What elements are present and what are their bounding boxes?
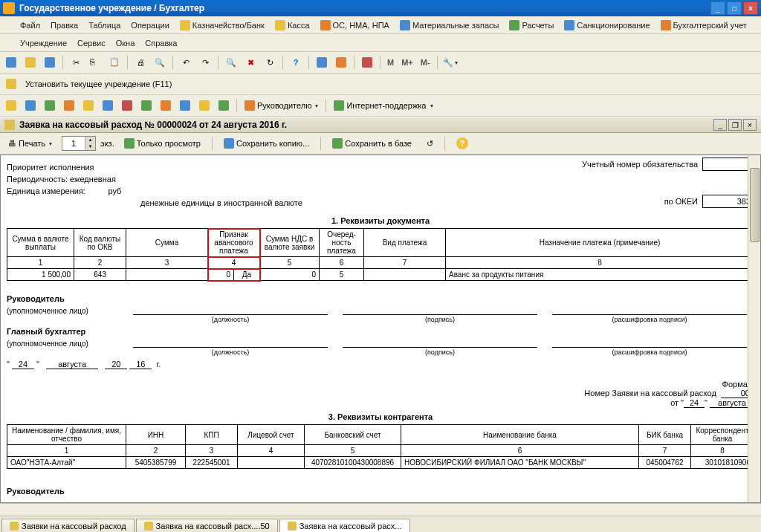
readonly-button[interactable]: Только просмотр	[119, 136, 206, 151]
scrollbar-vertical[interactable]	[748, 155, 760, 502]
memory-mminus[interactable]: M-	[418, 58, 433, 67]
clear-button[interactable]: ✖	[242, 54, 259, 71]
v1[interactable]: 1 500,00	[7, 269, 74, 281]
menu-help[interactable]: Справка	[140, 37, 181, 49]
section-3-table: Наименование / фамилия, имя, отчество ИН…	[7, 424, 754, 469]
preview-button[interactable]: 🔍	[152, 54, 168, 71]
menu-materials[interactable]: Материальные запасы	[395, 19, 504, 32]
s3v4[interactable]	[238, 457, 305, 469]
close-button[interactable]: ×	[743, 1, 758, 15]
qb-9[interactable]	[158, 97, 174, 114]
menu-sanction[interactable]: Санкционирование	[560, 19, 654, 32]
window-title: Государственное учреждение / Бухгалтер	[19, 3, 204, 13]
n8: 8	[446, 257, 754, 269]
menu-service[interactable]: Сервис	[73, 37, 110, 49]
qb-5[interactable]	[80, 97, 97, 114]
doc-close[interactable]: ×	[743, 119, 757, 131]
paste-button[interactable]: 📋	[106, 54, 123, 71]
menu-treasury[interactable]: Казначейство/Банк	[175, 19, 269, 32]
title-bar: Государственное учреждение / Бухгалтер _…	[0, 0, 761, 16]
refresh-button[interactable]: ↻	[262, 54, 278, 71]
print-button[interactable]: 🖨	[132, 54, 149, 71]
v3[interactable]	[126, 269, 208, 281]
help-button[interactable]: ?	[288, 54, 304, 71]
qb-11[interactable]	[196, 97, 213, 114]
v4-cell[interactable]: 0 Да	[208, 269, 260, 281]
maximize-button[interactable]: □	[727, 1, 742, 15]
doc-maximize[interactable]: ❐	[728, 119, 742, 131]
qb-3[interactable]	[42, 97, 58, 114]
qb-8[interactable]	[138, 97, 155, 114]
memory-mplus[interactable]: M+	[399, 58, 415, 67]
memory-m[interactable]: M	[385, 58, 396, 67]
new-button[interactable]	[3, 54, 19, 71]
v5[interactable]: 0	[260, 269, 320, 281]
qb-7[interactable]	[119, 97, 135, 114]
menu-calc[interactable]: Расчеты	[505, 19, 558, 32]
save-copy-button[interactable]: Сохранить копию...	[218, 136, 314, 151]
qb-12[interactable]	[216, 97, 232, 114]
v7[interactable]	[364, 269, 446, 281]
calc-button[interactable]	[314, 54, 330, 71]
cut-button[interactable]: ✂	[68, 54, 84, 71]
main-menu: Файл Правка Таблица Операции Казначейств…	[0, 16, 761, 34]
save-db-button[interactable]: Сохранить в базе	[327, 136, 417, 151]
revert-button[interactable]: ↺	[421, 137, 438, 151]
minimize-button[interactable]: _	[710, 1, 725, 15]
v6[interactable]: 5	[320, 269, 364, 281]
qi-10	[180, 100, 190, 111]
copies-up[interactable]: ▲	[85, 137, 95, 143]
copies-input[interactable]	[62, 137, 85, 149]
s3v7[interactable]: 045004762	[639, 457, 691, 469]
scrollbar-horizontal[interactable]	[0, 503, 761, 516]
calendar-button[interactable]	[333, 54, 349, 71]
doc-minimize[interactable]: _	[713, 119, 727, 131]
menu-windows[interactable]: Окна	[111, 37, 140, 49]
s3h7: БИК банка	[639, 425, 691, 445]
menu-edit[interactable]: Правка	[46, 19, 82, 31]
inst-icon-button[interactable]	[3, 76, 19, 92]
menu-institution[interactable]: Учреждение	[3, 36, 71, 50]
tab-3[interactable]: Заявка на кассовый расх...	[279, 519, 410, 533]
s3v2[interactable]: 5405385799	[126, 457, 186, 469]
s3v1[interactable]: ОАО"НЭТА-Алтай"	[7, 457, 126, 469]
copies-spinner[interactable]: ▲▼	[62, 136, 96, 151]
print-dropdown[interactable]: 🖶Печать▾	[3, 137, 57, 150]
set-institution-button[interactable]: Установить текущее учреждение (F11)	[22, 78, 175, 90]
open-button[interactable]	[22, 54, 39, 71]
s3v5[interactable]: 40702810100430008896	[305, 457, 401, 469]
support-dropdown[interactable]: Интернет-поддержка▾	[331, 99, 435, 112]
qb-2[interactable]	[22, 97, 39, 114]
s3v6[interactable]: НОВОСИБИРСКИЙ ФИЛИАЛ ОАО "БАНК МОСКВЫ"	[401, 457, 639, 469]
qb-6[interactable]	[100, 97, 116, 114]
menu-file[interactable]: Файл	[3, 19, 45, 32]
qb-10[interactable]	[177, 97, 193, 114]
redo-button[interactable]: ↷	[197, 54, 213, 71]
s3v8[interactable]: 30101810900	[691, 457, 754, 469]
find-button[interactable]: 🔍	[223, 54, 239, 71]
tab-1[interactable]: Заявки на кассовый расход	[1, 519, 135, 533]
save-button[interactable]	[42, 54, 58, 71]
v4b: Да	[234, 269, 259, 280]
v8[interactable]: Аванс за продукты питания	[446, 269, 754, 281]
settings-button[interactable]: 🔧▾	[442, 54, 459, 71]
qb-4[interactable]	[61, 97, 77, 114]
menu-cashdesk[interactable]: Касса	[271, 19, 314, 32]
undo-button[interactable]: ↶	[178, 54, 194, 71]
scroll-thumb[interactable]	[750, 168, 760, 242]
qb-1[interactable]	[3, 97, 19, 114]
menu-table[interactable]: Таблица	[84, 19, 125, 31]
copy-button[interactable]: ⎘	[87, 54, 103, 71]
copies-down[interactable]: ▼	[85, 143, 95, 150]
s3n2: 2	[126, 445, 186, 457]
tab-2[interactable]: Заявка на кассовый расх....50	[136, 519, 278, 533]
s3h4: Лицевой счет	[238, 425, 305, 445]
menu-operations[interactable]: Операции	[126, 19, 173, 31]
menu-accounting[interactable]: Бухгалтерский учет	[656, 19, 751, 32]
doc-help-button[interactable]: ?	[451, 135, 473, 152]
s3v3[interactable]: 222545001	[186, 457, 238, 469]
tool-btn-a[interactable]	[359, 54, 375, 71]
leader-dropdown[interactable]: Руководителю▾	[242, 99, 321, 112]
v2[interactable]: 643	[74, 269, 126, 281]
menu-assets[interactable]: ОС, НМА, НПА	[316, 19, 394, 32]
